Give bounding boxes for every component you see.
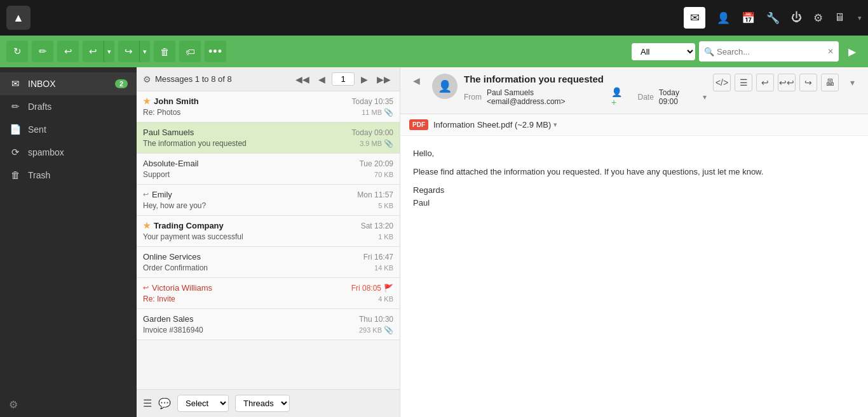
collapse-button[interactable]: ◀ xyxy=(409,74,423,88)
spambox-icon: ⟳ xyxy=(9,147,22,158)
msg-time: Fri 08:05 🚩 xyxy=(351,284,393,293)
msg-sender: ↩ Victoria Williams xyxy=(143,283,212,293)
trash-icon: 🗑 xyxy=(9,169,22,180)
sidebar-label-sent: Sent xyxy=(28,124,128,135)
email-forward-button[interactable]: ↪ xyxy=(799,74,817,91)
msg-subject: Hey, how are you? xyxy=(143,201,206,210)
email-reply-all-button[interactable]: ↩↩ xyxy=(778,74,796,91)
list-item[interactable]: ★ John Smith Today 10:35 Re: Photos 11 M… xyxy=(137,91,400,122)
msg-list-prev-btn[interactable]: ◀ xyxy=(316,73,328,86)
more-button[interactable]: ••• xyxy=(205,41,226,62)
email-greeting: Hello, xyxy=(413,147,855,161)
threads-dropdown[interactable]: Threads Flat xyxy=(235,395,290,412)
search-icon: 🔍 xyxy=(704,47,714,56)
mail-icon[interactable]: ✉ xyxy=(684,7,705,29)
list-view-button[interactable]: ☰ xyxy=(143,397,152,409)
sidebar-settings-icon[interactable]: ⚙ xyxy=(9,399,18,410)
delete-button[interactable]: 🗑 xyxy=(154,41,175,62)
contacts-icon[interactable]: 👤 xyxy=(717,11,730,25)
email-subject: The information you requested xyxy=(464,74,707,84)
sidebar-item-spambox[interactable]: ⟳ spambox xyxy=(0,141,137,164)
msg-size: 293 KB 📎 xyxy=(359,326,393,334)
msg-size: 14 KB xyxy=(374,264,393,272)
list-item[interactable]: Garden Sales Thu 10:30 Invoice #3816940 … xyxy=(137,309,400,340)
email-view-panel: ◀ 👤 The information you requested From P… xyxy=(400,67,868,417)
monitor-icon[interactable]: 🖥 xyxy=(834,11,845,24)
email-list-button[interactable]: ☰ xyxy=(735,74,752,91)
reply-button[interactable]: ↩ xyxy=(57,41,79,62)
email-date: Today 09:00 xyxy=(659,88,698,106)
list-item[interactable]: Absolute-Email Tue 20:09 Support 70 KB xyxy=(137,154,400,185)
email-expand-button[interactable]: ▾ xyxy=(845,76,859,89)
search-box: 🔍 ✕ xyxy=(699,41,839,62)
sidebar-item-inbox[interactable]: ✉ INBOX 2 xyxy=(0,72,137,95)
add-contact-icon[interactable]: 👤+ xyxy=(611,87,627,107)
list-item[interactable]: Online Services Fri 16:47 Order Confirma… xyxy=(137,247,400,278)
settings-icon[interactable]: ⚙ xyxy=(813,11,823,25)
msg-list-gear-icon[interactable]: ⚙ xyxy=(143,74,151,84)
reply-all-dropdown[interactable]: ▾ xyxy=(104,41,114,62)
refresh-button[interactable]: ↻ xyxy=(6,41,28,62)
pdf-icon: PDF xyxy=(409,119,428,130)
app-logo[interactable]: ▲ xyxy=(6,6,31,30)
toolbar: ↻ ✏ ↩ ↩ ▾ ↪ ▾ 🗑 🏷 ••• All Unread Flagged… xyxy=(0,36,868,67)
msg-sender: Garden Sales xyxy=(143,314,194,324)
email-reply-button[interactable]: ↩ xyxy=(756,74,774,91)
topbar-dropdown-arrow[interactable]: ▾ xyxy=(858,14,862,22)
msg-list-next-btn[interactable]: ▶ xyxy=(358,73,370,86)
date-expand-button[interactable]: ▾ xyxy=(703,93,707,102)
msg-time: Thu 10:30 xyxy=(359,315,393,324)
attachment-dropdown-arrow[interactable]: ▾ xyxy=(553,121,557,129)
email-source-button[interactable]: </> xyxy=(713,74,731,91)
sidebar-item-drafts[interactable]: ✏ Drafts xyxy=(0,95,137,118)
msg-sender: Absolute-Email xyxy=(143,159,198,168)
drafts-icon: ✏ xyxy=(9,101,22,112)
msg-sender: ★ John Smith xyxy=(143,96,199,106)
msg-subject: Re: Photos xyxy=(143,108,180,117)
msg-size: 5 KB xyxy=(378,202,393,209)
power-icon[interactable]: ⏻ xyxy=(791,11,802,24)
select-dropdown[interactable]: Select All None Read Unread xyxy=(177,395,229,412)
msg-subject: Order Confirmation xyxy=(143,263,208,272)
sidebar-item-trash[interactable]: 🗑 Trash xyxy=(0,164,137,186)
email-sender: Paul Samuels <email@address.com> xyxy=(487,88,606,106)
msg-list-first-btn[interactable]: ◀◀ xyxy=(293,73,312,86)
search-input[interactable] xyxy=(717,47,825,56)
toolbar-next-arrow[interactable]: ▶ xyxy=(843,41,862,62)
list-item[interactable]: ↩ Emily Mon 11:57 Hey, how are you? 5 KB xyxy=(137,185,400,216)
chat-view-button[interactable]: 💬 xyxy=(158,397,171,409)
forward-button[interactable]: ↪ xyxy=(118,41,140,62)
email-print-button[interactable]: 🖶 xyxy=(821,74,839,91)
msg-list: ★ John Smith Today 10:35 Re: Photos 11 M… xyxy=(137,91,400,389)
forward-split: ↪ ▾ xyxy=(118,41,150,62)
compose-button[interactable]: ✏ xyxy=(32,41,53,62)
filter-select[interactable]: All Unread Flagged Attachments xyxy=(632,43,695,60)
msg-sender: Paul Samuels xyxy=(143,128,194,137)
msg-size: 1 KB xyxy=(378,233,393,241)
list-item[interactable]: Paul Samuels Today 09:00 The information… xyxy=(137,122,400,154)
sidebar-item-sent[interactable]: 📄 Sent xyxy=(0,118,137,141)
msg-size: 4 KB xyxy=(378,295,393,303)
reply-all-button[interactable]: ↩ xyxy=(83,41,104,62)
email-regards: RegardsPaul xyxy=(413,184,855,211)
attachment-name: Information Sheet.pdf (~2.9 MB) xyxy=(433,120,551,129)
search-clear-button[interactable]: ✕ xyxy=(827,47,834,56)
msg-time: Mon 11:57 xyxy=(357,190,393,199)
msg-list-last-btn[interactable]: ▶▶ xyxy=(374,73,393,86)
attachment-bar: PDF Information Sheet.pdf (~2.9 MB) ▾ xyxy=(400,114,868,136)
sidebar-bottom: ⚙ xyxy=(0,392,137,417)
forward-dropdown[interactable]: ▾ xyxy=(140,41,150,62)
attachment-icon: 📎 xyxy=(384,326,393,334)
list-item[interactable]: ↩ Victoria Williams Fri 08:05 🚩 Re: Invi… xyxy=(137,278,400,309)
msg-list-page-input[interactable] xyxy=(332,72,355,86)
flag-icon: 🚩 xyxy=(384,284,393,293)
msg-subject: Re: Invite xyxy=(143,295,175,303)
tag-button[interactable]: 🏷 xyxy=(179,41,201,62)
calendar-icon[interactable]: 📅 xyxy=(742,11,755,25)
tools-icon[interactable]: 🔧 xyxy=(766,11,780,25)
top-bar-right: ✉ 👤 📅 🔧 ⏻ ⚙ 🖥 ▾ xyxy=(684,7,862,29)
msg-time: Today 10:35 xyxy=(352,97,393,106)
msg-list-footer: ☰ 💬 Select All None Read Unread Threads … xyxy=(137,389,400,417)
list-item[interactable]: ★ Trading Company Sat 13:20 Your payment… xyxy=(137,216,400,247)
msg-size: 11 MB 📎 xyxy=(362,108,393,117)
